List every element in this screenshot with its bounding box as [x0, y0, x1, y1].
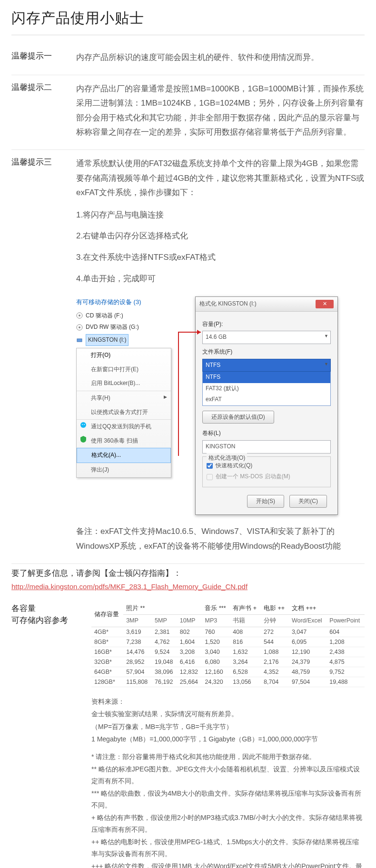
ctx-share[interactable]: 共享(H) — [77, 391, 171, 405]
tip-2: 温馨提示二 内存产品出厂的容量通常是按照1MB=1000KB，1GB=1000M… — [11, 75, 365, 150]
drive-dvd-label: DVD RW 驱动器 (G:) — [86, 322, 139, 333]
table-row: 8GB*7,2384,7621,6041,5208165446,0951,208 — [91, 637, 365, 647]
col-header: 5MP — [152, 614, 177, 627]
context-menu: 打开(O) 在新窗口中打开(E) 启用 BitLocker(B)... 共享(H… — [76, 348, 171, 477]
ctx-eject[interactable]: 弹出(J) — [77, 463, 171, 477]
col-header: PowerPoint — [327, 614, 365, 627]
format-dialog: 格式化 KINGSTON (I:) ✕ 容量(P): 14.6 GB 文件系统(… — [195, 296, 338, 515]
source-line: ** 略估的标准JPEG图片数。JPEG文件大小会随着相机机型、设置、分辨率以及… — [91, 763, 365, 787]
col-header: 书籍 — [230, 614, 261, 627]
devices-heading: 有可移动存储的设备 (3) — [76, 296, 190, 307]
svg-point-3 — [79, 326, 80, 328]
tip-2-body: 内存产品出厂的容量通常是按照1MB=1000KB，1GB=1000MB计算，而操… — [76, 82, 365, 140]
ctx-open[interactable]: 打开(O) — [77, 348, 171, 363]
tip-3-label: 温馨提示三 — [11, 157, 63, 554]
col-header: Word/Excel — [289, 614, 327, 627]
capacity-heading: 各容量 可存储内容参考 — [11, 602, 83, 868]
gh-audiobook: 有声书 + — [230, 602, 261, 615]
dos-boot-checkbox — [207, 474, 213, 480]
table-row: 128GB*115,80876,19225,66424,32013,0568,7… — [91, 677, 365, 687]
tip-1: 温馨提示一 内存产品所标识的速度可能会因主机的硬件、软件和使用情况而异。 — [11, 44, 365, 75]
gh-movie: 电影 ++ — [261, 602, 289, 615]
tip-1-body: 内存产品所标识的速度可能会因主机的硬件、软件和使用情况而异。 — [76, 50, 365, 65]
disc-icon — [76, 324, 83, 331]
ctx-bitlocker[interactable]: 启用 BitLocker(B)... — [77, 376, 171, 391]
fs-option-fat32[interactable]: FAT32 (默认) — [203, 383, 330, 395]
page-title: 闪存产品使用小贴士 — [11, 9, 365, 35]
ctx-open-new[interactable]: 在新窗口中打开(E) — [77, 363, 171, 377]
col-storage: 储存容量 — [91, 602, 123, 627]
capacity-select[interactable]: 14.6 GB — [202, 331, 331, 344]
svg-point-6 — [82, 424, 83, 425]
capacity-label: 容量(P): — [202, 319, 331, 330]
tip-3-intro: 通常系统默认使用的FAT32磁盘系统支持单个文件的容量上限为4GB，如果您需要存… — [76, 157, 365, 200]
table-row: 16GB*14,4769,5243,2083,0401,6321,08812,1… — [91, 647, 365, 657]
ctx-360[interactable]: 使用 360杀毒 扫描 — [77, 434, 171, 448]
fs-option-exfat[interactable]: exFAT — [203, 394, 330, 405]
source-line: 1 Megabyte（MB）=1,000,000字节，1 Gigabyte（GB… — [91, 733, 365, 745]
volume-label: 卷标(L) — [202, 428, 331, 439]
col-header: 10MP — [177, 614, 202, 627]
fs-select[interactable]: NTFS — [202, 359, 331, 372]
volume-input[interactable]: KINGSTON — [202, 440, 331, 454]
drive-kingston[interactable]: KINGSTON (I:) — [76, 334, 190, 346]
svg-point-1 — [79, 315, 80, 316]
col-header: 分钟 — [261, 614, 289, 627]
ctx-qq[interactable]: 通过QQ发送到我的手机 — [77, 419, 171, 434]
drive-kingston-label: KINGSTON (I:) — [86, 334, 129, 346]
tip-2-label: 温馨提示二 — [11, 82, 63, 140]
svg-point-5 — [80, 422, 86, 428]
step-2: 2.右键单击闪存分区选择格式化 — [76, 229, 365, 244]
source-line: * 请注意：部分容量将用于格式化和其他功能使用，因此不能用于数据存储。 — [91, 751, 365, 763]
fs-label: 文件系统(F) — [202, 347, 331, 357]
tip-3: 温馨提示三 通常系统默认使用的FAT32磁盘系统支持单个文件的容量上限为4GB，… — [11, 150, 365, 564]
step-4: 4.单击开始，完成即可 — [76, 272, 365, 286]
col-header: MP3 — [202, 614, 230, 627]
drive-cd-label: CD 驱动器 (F:) — [86, 311, 123, 321]
source-line: ++ 略估的电影时长，假设使用MPEG-1格式、1.5Mbps大小的文件。实际存… — [91, 836, 365, 859]
close-button-bottom[interactable]: 关闭(C) — [289, 495, 327, 508]
step-1: 1.将闪存产品与电脑连接 — [76, 208, 365, 223]
qq-icon — [79, 421, 87, 429]
source-line: *** 略估的歌曲数，假设为4MB大小的歌曲文件。实际存储结果将视压缩率与实际设… — [91, 788, 365, 811]
options-label: 格式化选项(O) — [207, 453, 247, 464]
gh-music: 音乐 *** — [202, 602, 230, 615]
ctx-format[interactable]: 格式化(A)... — [77, 448, 171, 463]
source-line: 金士顿实验室测试结果，实际情况可能有所差异。 — [91, 708, 365, 720]
step-3: 3.在文件系统中选择NTFS或exFAT格式 — [76, 250, 365, 265]
shield-icon — [79, 435, 87, 443]
gh-doc: 文档 +++ — [289, 602, 365, 615]
drive-cd[interactable]: CD 驱动器 (F:) — [76, 311, 190, 321]
table-row: 64GB*57,90438,09612,83212,1606,5284,3524… — [91, 667, 365, 677]
tip-1-label: 温馨提示一 — [11, 50, 63, 65]
gh-photo: 照片 ** — [123, 602, 202, 615]
disc-icon — [76, 312, 83, 319]
dialog-title: 格式化 KINGSTON (I:) — [199, 299, 257, 309]
capacity-table: 储存容量 照片 ** 音乐 *** 有声书 + 电影 ++ 文档 +++ 3MP… — [91, 602, 365, 687]
svg-rect-4 — [77, 339, 82, 342]
ctx-portable[interactable]: 以便携式设备方式打开 — [77, 405, 171, 420]
sources-block: 资料来源：金士顿实验室测试结果，实际情况可能有所差异。（MP=百万像素，MB=兆… — [91, 696, 365, 868]
dos-boot-label: 创建一个 MS-DOS 启动盘(M) — [216, 472, 290, 482]
more-info-lead: 要了解更多信息，请参阅【金士顿闪存指南】： — [11, 568, 365, 579]
usb-icon — [76, 337, 83, 344]
restore-defaults-button[interactable]: 还原设备的默认值(D) — [202, 411, 274, 424]
quick-format-checkbox[interactable] — [207, 463, 213, 469]
start-button[interactable]: 开始(S) — [247, 495, 284, 508]
fs-dropdown: NTFS FAT32 (默认) exFAT — [202, 371, 331, 406]
format-illustration: 有可移动存储的设备 (3) CD 驱动器 (F:) DVD RW 驱动器 (G:… — [76, 296, 365, 515]
source-line: +++ 略估的文件数，假设使用1MB 大小的Word/Excel文件或5MB大小… — [91, 860, 365, 868]
close-button[interactable]: ✕ — [316, 300, 334, 308]
guide-link[interactable]: http://media.kingston.com/pdfs/MKF_283.1… — [11, 582, 247, 591]
source-line: （MP=百万像素，MB=兆字节，GB=千兆字节） — [91, 721, 365, 733]
table-row: 4GB*3,6192,3818027604082723,047604 — [91, 627, 365, 637]
svg-point-7 — [84, 424, 85, 425]
source-line: + 略估的有声书数，假设使用2小时的MP3格式或3.7MB/小时大小的文件。实际… — [91, 812, 365, 835]
col-header: 3MP — [123, 614, 152, 627]
fs-option-ntfs[interactable]: NTFS — [203, 372, 330, 383]
source-line: 资料来源： — [91, 696, 365, 708]
drive-dvd[interactable]: DVD RW 驱动器 (G:) — [76, 322, 190, 333]
tip-3-note: 备注：exFAT文件支持Mac10.6.5、Windows7、VISTA和安装了… — [76, 524, 365, 553]
table-row: 32GB*28,95219,0486,4166,0803,2642,17624,… — [91, 657, 365, 667]
